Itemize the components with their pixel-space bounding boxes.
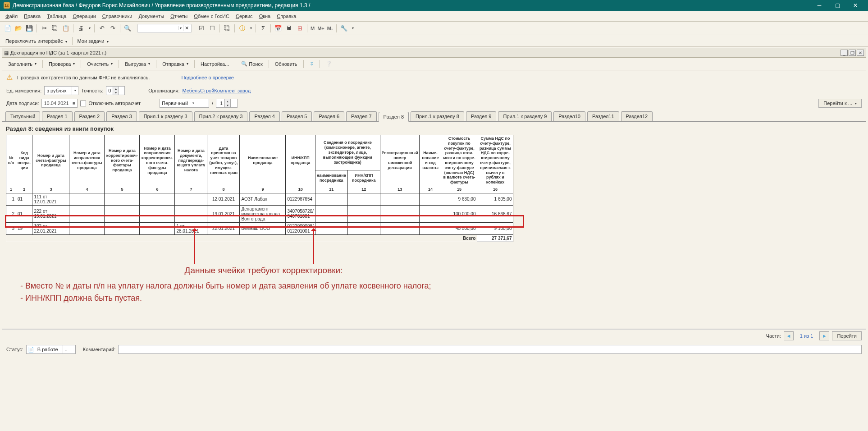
toggle1-icon[interactable]: ☑ (196, 23, 206, 33)
redo-icon[interactable]: ↷ (108, 23, 118, 33)
autocalc-checkbox[interactable] (80, 101, 86, 106)
switch-interface-link[interactable]: Переключить интерфейс ▾ (4, 37, 69, 45)
menu-Файл[interactable]: Файл (3, 13, 20, 20)
unit-combo[interactable]: в рублях▾ (44, 86, 78, 95)
menu-Правка[interactable]: Правка (21, 13, 43, 20)
m-minus-icon[interactable]: M- (326, 26, 334, 31)
org-link[interactable]: МебельСтройКомплект завод (183, 88, 251, 93)
copy2-icon[interactable]: ⿻ (222, 23, 232, 33)
export-button[interactable]: Выгрузка▾ (121, 60, 154, 69)
new-icon[interactable]: 📄 (3, 23, 13, 33)
col-header: ИНН/КПП продавца (286, 135, 315, 186)
menu-Справочники[interactable]: Справочники (100, 13, 135, 20)
col-num: 10 (286, 186, 315, 193)
num-input[interactable]: 1▲▼ (216, 99, 238, 108)
calendar-icon[interactable]: 📅 (273, 23, 283, 33)
sum-icon[interactable]: Σ (258, 23, 268, 33)
tab-5[interactable]: Прил.2 к разделу 3 (194, 111, 248, 121)
send-button[interactable]: Отправка▾ (159, 60, 192, 69)
tab-7[interactable]: Раздел 5 (282, 111, 312, 121)
save-icon[interactable]: 💾 (24, 23, 34, 33)
tab-1[interactable]: Раздел 1 (42, 111, 73, 121)
tool-dropdown[interactable]: ▾ (350, 26, 355, 31)
menu-Обмен с ГосИС[interactable]: Обмен с ГосИС (191, 13, 232, 20)
info-icon[interactable]: ⓘ (237, 23, 247, 33)
prev-part-button[interactable]: ◄ (784, 331, 794, 340)
fill-button[interactable]: Заполнить▾ (5, 60, 40, 69)
open-icon[interactable]: 📂 (14, 23, 23, 33)
maximize-button[interactable]: ▢ (828, 0, 846, 11)
menu-Операции[interactable]: Операции (70, 13, 98, 20)
tab-8[interactable]: Раздел 6 (314, 111, 344, 121)
help-icon[interactable]: ❔ (322, 59, 336, 69)
comment-input[interactable] (118, 345, 862, 354)
org-label: Организация: (148, 88, 179, 93)
precision-input[interactable]: 0▲▼ (106, 86, 125, 95)
warning-link[interactable]: Подробнее о проверке (181, 75, 233, 80)
date-input[interactable]: 10.04.2021▦ (41, 99, 77, 108)
menu-Окна[interactable]: Окна (256, 13, 274, 20)
tool-icon[interactable]: 🔧 (339, 23, 349, 33)
cut-icon[interactable]: ✂ (39, 23, 49, 33)
window-title: Демонстрационная база / Федоров Борис Ми… (13, 2, 810, 9)
goto-button[interactable]: Перейти к ...▾ (818, 99, 862, 108)
doc-icon: ▦ (4, 50, 9, 56)
tab-15[interactable]: Раздел11 (587, 111, 619, 121)
tab-2[interactable]: Раздел 2 (74, 111, 105, 121)
tab-10[interactable]: Раздел 8 (379, 112, 409, 122)
clear-button[interactable]: Очистить▾ (83, 60, 116, 69)
print-dropdown[interactable]: ▾ (87, 26, 92, 31)
paste-icon[interactable]: 📋 (61, 23, 71, 33)
table-row[interactable]: 101111 от 12.01.202112.01.2021АОЗТ Лабан… (6, 193, 513, 205)
calc-icon[interactable]: 🖩 (284, 23, 294, 33)
tab-3[interactable]: Раздел 3 (106, 111, 137, 121)
table-row[interactable]: 319102 от 22.01.20211 от 28.01.202122.01… (6, 222, 513, 234)
tab-0[interactable]: Титульный (5, 111, 40, 121)
info-dropdown[interactable]: ▾ (248, 26, 253, 31)
doc-restore-button[interactable]: ❐ (849, 50, 856, 56)
doc-close-button[interactable]: ✕ (857, 50, 864, 56)
tab-14[interactable]: Раздел10 (553, 111, 585, 121)
print-icon[interactable]: 🖨 (76, 23, 86, 33)
menu-Таблица[interactable]: Таблица (44, 13, 69, 20)
tab-9[interactable]: Раздел 7 (346, 111, 377, 121)
menu-Документы[interactable]: Документы (136, 13, 167, 20)
m-plus-icon[interactable]: M+ (316, 26, 325, 31)
toggle2-icon[interactable]: ☐ (207, 23, 217, 33)
main-toolbar: 📄 📂 💾 ✂ ⿻ 📋 🖨 ▾ ↶ ↷ 🔍 ▾✕ ☑ ☐ ⿻ ⓘ ▾ Σ 📅 🖩… (0, 22, 868, 35)
status-combo[interactable]: 📄В работе... (26, 345, 76, 354)
undo-icon[interactable]: ↶ (97, 23, 107, 33)
menu-Отчеты[interactable]: Отчеты (168, 13, 190, 20)
grid-icon[interactable]: ⊞ (295, 23, 305, 33)
selector-dropdown[interactable]: ▾✕ (137, 24, 192, 33)
tab-6[interactable]: Раздел 4 (249, 111, 280, 121)
next-part-button[interactable]: ► (819, 331, 829, 340)
check-button[interactable]: Проверка▾ (45, 60, 78, 69)
expand-icon[interactable]: ⇕ (306, 59, 317, 69)
copy-icon[interactable]: ⿻ (50, 23, 60, 33)
primary-combo[interactable]: Первичный▾ (160, 99, 209, 108)
tab-13[interactable]: Прил.1 к разделу 9 (498, 111, 552, 121)
minimize-button[interactable]: ─ (810, 0, 828, 11)
find-icon[interactable]: 🔍 (123, 23, 132, 33)
go-button[interactable]: Перейти (832, 331, 862, 340)
precision-label: Точность: (81, 88, 103, 93)
col-num: 8 (207, 186, 240, 193)
m-icon[interactable]: M (310, 26, 315, 31)
my-tasks-link[interactable]: Мои задачи ▾ (76, 37, 110, 45)
menu-Сервис[interactable]: Сервис (233, 13, 256, 20)
search-button[interactable]: 🔍Поиск (238, 59, 266, 69)
document-toolbar: Заполнить▾ Проверка▾ Очистить▾ Выгрузка▾… (2, 58, 866, 70)
arrow-annotation-2 (313, 229, 314, 264)
tab-4[interactable]: Прил.1 к разделу 3 (139, 111, 192, 121)
settings-button[interactable]: Настройка... (197, 60, 233, 69)
menu-Справка[interactable]: Справка (274, 13, 299, 20)
refresh-button[interactable]: Обновить (271, 60, 301, 69)
tab-16[interactable]: Раздел12 (621, 111, 653, 121)
purchases-table: № п/п Код вида опера-ции Номер и дата сч… (6, 135, 513, 242)
table-row[interactable]: 201222 от 19.01.202119.01.2021Департамен… (6, 205, 513, 222)
close-button[interactable]: ✕ (846, 0, 864, 11)
doc-minimize-button[interactable]: _ (841, 50, 848, 56)
tab-12[interactable]: Раздел 9 (466, 111, 497, 121)
tab-11[interactable]: Прил.1 к разделу 8 (411, 111, 464, 121)
